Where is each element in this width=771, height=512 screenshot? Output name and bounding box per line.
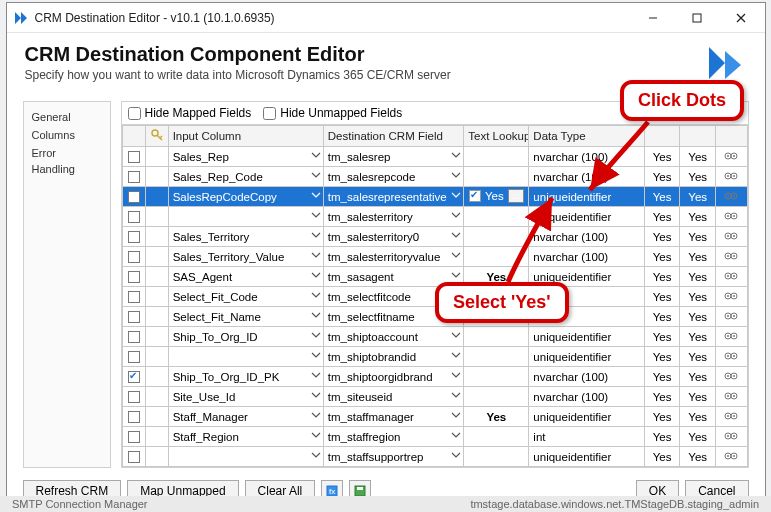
destination-field-cell[interactable]: tm_salesrep — [323, 147, 464, 167]
table-row[interactable]: tm_staffsupportrepuniqueidentifierYesYes — [122, 447, 747, 467]
hide-unmapped-checkbox[interactable]: Hide Unmapped Fields — [263, 106, 402, 120]
destination-field-cell[interactable]: tm_staffsupportrep — [323, 447, 464, 467]
row-checkbox[interactable] — [128, 211, 140, 223]
input-column-cell[interactable]: Staff_Manager — [168, 407, 323, 427]
row-settings-button[interactable] — [715, 387, 747, 407]
input-column-cell[interactable] — [168, 207, 323, 227]
row-checkbox[interactable] — [128, 451, 140, 463]
input-column-cell[interactable]: Ship_To_Org_ID — [168, 327, 323, 347]
text-lookup-cell[interactable] — [464, 387, 529, 407]
row-checkbox[interactable] — [128, 311, 140, 323]
row-checkbox[interactable] — [128, 231, 140, 243]
input-column-cell[interactable]: Staff_Region — [168, 427, 323, 447]
table-row[interactable]: Site_Use_Idtm_siteuseidnvarchar (100)Yes… — [122, 387, 747, 407]
table-row[interactable]: Ship_To_Org_ID_PKtm_shiptoorgidbrandnvar… — [122, 367, 747, 387]
text-lookup-cell[interactable]: Yes — [464, 407, 529, 427]
input-column-cell[interactable]: Sales_Rep_Code — [168, 167, 323, 187]
close-button[interactable] — [719, 4, 763, 32]
sidebar-item-error-handling[interactable]: Error Handling — [30, 144, 104, 178]
table-row[interactable]: Sales_Territorytm_salesterritory0nvarcha… — [122, 227, 747, 247]
input-column-cell[interactable]: SalesRepCodeCopy — [168, 187, 323, 207]
col-dest[interactable]: Destination CRM Field — [323, 126, 464, 147]
row-checkbox[interactable] — [128, 251, 140, 263]
destination-field-cell[interactable]: tm_salesrepcode — [323, 167, 464, 187]
row-settings-button[interactable] — [715, 347, 747, 367]
row-settings-button[interactable] — [715, 407, 747, 427]
row-settings-button[interactable] — [715, 327, 747, 347]
app-icon — [13, 10, 29, 26]
table-row[interactable]: Sales_Territory_Valuetm_salesterritoryva… — [122, 247, 747, 267]
input-column-cell[interactable] — [168, 447, 323, 467]
destination-field-cell[interactable]: tm_shiptoorgidbrand — [323, 367, 464, 387]
row-settings-button[interactable] — [715, 307, 747, 327]
row-settings-button[interactable] — [715, 207, 747, 227]
row-checkbox[interactable] — [128, 331, 140, 343]
col-textlookup[interactable]: Text Lookup — [464, 126, 529, 147]
row-settings-button[interactable] — [715, 367, 747, 387]
input-column-cell[interactable]: Site_Use_Id — [168, 387, 323, 407]
maximize-button[interactable] — [675, 4, 719, 32]
row-settings-button[interactable] — [715, 447, 747, 467]
input-column-cell[interactable]: SAS_Agent — [168, 267, 323, 287]
text-lookup-cell[interactable] — [464, 327, 529, 347]
col-input[interactable]: Input Column — [168, 126, 323, 147]
sidebar-item-columns[interactable]: Columns — [30, 126, 104, 144]
minimize-button[interactable] — [631, 4, 675, 32]
row-settings-button[interactable] — [715, 187, 747, 207]
row-settings-button[interactable] — [715, 247, 747, 267]
row-checkbox[interactable] — [128, 371, 140, 383]
row-settings-button[interactable] — [715, 147, 747, 167]
flag-col-2: Yes — [680, 407, 716, 427]
row-settings-button[interactable] — [715, 267, 747, 287]
destination-field-cell[interactable]: tm_siteuseid — [323, 387, 464, 407]
row-checkbox[interactable] — [128, 271, 140, 283]
row-settings-button[interactable] — [715, 227, 747, 247]
row-settings-button[interactable] — [715, 287, 747, 307]
text-lookup-cell[interactable] — [464, 367, 529, 387]
table-row[interactable]: Staff_Regiontm_staffregionintYesYes — [122, 427, 747, 447]
table-row[interactable]: Staff_Managertm_staffmanagerYesuniqueide… — [122, 407, 747, 427]
destination-field-cell[interactable]: tm_shiptoaccount — [323, 327, 464, 347]
destination-field-cell[interactable]: tm_salesrepresentative — [323, 187, 464, 207]
input-column-cell[interactable]: Select_Fit_Name — [168, 307, 323, 327]
table-row[interactable]: SAS_Agenttm_sasagentYesuniqueidentifierY… — [122, 267, 747, 287]
destination-field-cell[interactable]: tm_salesterritory — [323, 207, 464, 227]
destination-field-cell[interactable]: tm_staffregion — [323, 427, 464, 447]
destination-field-cell[interactable]: tm_salesterritory0 — [323, 227, 464, 247]
hide-mapped-checkbox[interactable]: Hide Mapped Fields — [128, 106, 252, 120]
datatype-cell: int — [529, 427, 644, 447]
status-bar: SMTP Connection Manager tmstage.database… — [0, 496, 771, 512]
svg-point-28 — [727, 255, 729, 257]
row-checkbox[interactable] — [128, 151, 140, 163]
input-column-cell[interactable]: Ship_To_Org_ID_PK — [168, 367, 323, 387]
destination-field-cell[interactable]: tm_staffmanager — [323, 407, 464, 427]
row-checkbox[interactable] — [128, 351, 140, 363]
table-row[interactable]: Ship_To_Org_IDtm_shiptoaccountuniqueiden… — [122, 327, 747, 347]
row-checkbox[interactable] — [128, 291, 140, 303]
textlookup-checkbox[interactable] — [469, 190, 481, 202]
table-row[interactable]: tm_shiptobrandiduniqueidentifierYesYes — [122, 347, 747, 367]
text-lookup-cell[interactable] — [464, 147, 529, 167]
destination-field-cell[interactable]: tm_salesterritoryvalue — [323, 247, 464, 267]
row-settings-button[interactable] — [715, 427, 747, 447]
text-lookup-cell[interactable] — [464, 347, 529, 367]
row-checkbox[interactable] — [128, 171, 140, 183]
input-column-cell[interactable]: Select_Fit_Code — [168, 287, 323, 307]
input-column-cell[interactable]: Sales_Territory_Value — [168, 247, 323, 267]
input-column-cell[interactable] — [168, 347, 323, 367]
sidebar-item-general[interactable]: General — [30, 108, 104, 126]
row-checkbox[interactable] — [128, 431, 140, 443]
text-lookup-cell[interactable] — [464, 447, 529, 467]
destination-field-cell[interactable]: tm_shiptobrandid — [323, 347, 464, 367]
table-row[interactable]: tm_salesterritoryuniqueidentifierYesYes — [122, 207, 747, 227]
row-checkbox[interactable] — [128, 191, 140, 203]
input-column-cell[interactable]: Sales_Territory — [168, 227, 323, 247]
row-checkbox[interactable] — [128, 411, 140, 423]
svg-point-34 — [733, 275, 735, 277]
text-lookup-cell[interactable] — [464, 427, 529, 447]
row-settings-button[interactable] — [715, 167, 747, 187]
svg-point-62 — [733, 415, 735, 417]
input-column-cell[interactable]: Sales_Rep — [168, 147, 323, 167]
text-lookup-cell[interactable] — [464, 167, 529, 187]
row-checkbox[interactable] — [128, 391, 140, 403]
